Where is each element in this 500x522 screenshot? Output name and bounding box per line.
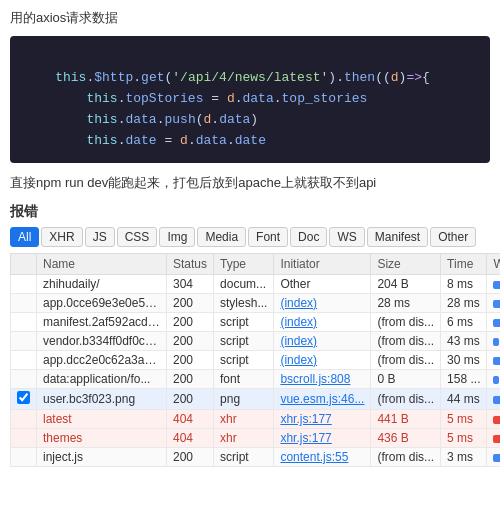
row-name: themes bbox=[37, 428, 167, 447]
row-size: (from dis... bbox=[371, 447, 441, 466]
row-time: 5 ms bbox=[441, 409, 487, 428]
filter-other[interactable]: Other bbox=[430, 227, 476, 247]
row-checkbox-cell bbox=[11, 331, 37, 350]
filter-media[interactable]: Media bbox=[197, 227, 246, 247]
table-row[interactable]: manifest.2af592acd95625c...200script(ind… bbox=[11, 312, 501, 331]
row-waterfall bbox=[487, 447, 500, 466]
row-status: 200 bbox=[167, 388, 214, 409]
th-waterfall[interactable]: W bbox=[487, 253, 500, 274]
row-name: manifest.2af592acd95625c... bbox=[37, 312, 167, 331]
row-size: 436 B bbox=[371, 428, 441, 447]
row-name: inject.js bbox=[37, 447, 167, 466]
row-status: 200 bbox=[167, 331, 214, 350]
row-initiator[interactable]: xhr.js:177 bbox=[274, 428, 371, 447]
row-name: latest bbox=[37, 409, 167, 428]
filter-img[interactable]: Img bbox=[159, 227, 195, 247]
error-section-title: 报错 bbox=[10, 203, 490, 221]
th-initiator[interactable]: Initiator bbox=[274, 253, 371, 274]
intro-text: 用的axios请求数据 bbox=[10, 8, 490, 28]
filter-doc[interactable]: Doc bbox=[290, 227, 327, 247]
row-type: script bbox=[214, 350, 274, 369]
row-initiator[interactable]: (index) bbox=[274, 350, 371, 369]
row-size: (from dis... bbox=[371, 331, 441, 350]
row-type: xhr bbox=[214, 428, 274, 447]
filter-all[interactable]: All bbox=[10, 227, 39, 247]
row-checkbox-cell bbox=[11, 428, 37, 447]
row-checkbox-cell bbox=[11, 350, 37, 369]
row-type: docum... bbox=[214, 274, 274, 293]
table-row[interactable]: latest404xhrxhr.js:177441 B5 ms bbox=[11, 409, 501, 428]
row-waterfall bbox=[487, 388, 500, 409]
row-initiator[interactable]: content.js:55 bbox=[274, 447, 371, 466]
row-waterfall bbox=[487, 428, 500, 447]
page-container: 用的axios请求数据 this.$http.get('/api/4/news/… bbox=[0, 0, 500, 475]
row-size: (from dis... bbox=[371, 388, 441, 409]
th-type[interactable]: Type bbox=[214, 253, 274, 274]
row-type: script bbox=[214, 331, 274, 350]
row-initiator[interactable]: vue.esm.js:46... bbox=[274, 388, 371, 409]
th-status[interactable]: Status bbox=[167, 253, 214, 274]
row-name: app.dcc2e0c62a3adf04abb... bbox=[37, 350, 167, 369]
row-size: 28 ms bbox=[371, 293, 441, 312]
row-type: script bbox=[214, 312, 274, 331]
filter-manifest[interactable]: Manifest bbox=[367, 227, 428, 247]
row-status: 404 bbox=[167, 428, 214, 447]
network-table: Name Status Type Initiator Size Time W z… bbox=[10, 253, 500, 467]
row-checkbox-cell bbox=[11, 312, 37, 331]
row-time: 28 ms bbox=[441, 293, 487, 312]
row-waterfall bbox=[487, 369, 500, 388]
row-waterfall bbox=[487, 350, 500, 369]
row-checkbox-cell bbox=[11, 447, 37, 466]
row-time: 30 ms bbox=[441, 350, 487, 369]
row-checkbox[interactable] bbox=[17, 391, 30, 404]
row-size: 441 B bbox=[371, 409, 441, 428]
table-row[interactable]: themes404xhrxhr.js:177436 B5 ms bbox=[11, 428, 501, 447]
table-row[interactable]: zhihudaily/304docum...Other204 B8 ms bbox=[11, 274, 501, 293]
row-initiator[interactable]: (index) bbox=[274, 293, 371, 312]
row-time: 6 ms bbox=[441, 312, 487, 331]
filter-bar: All XHR JS CSS Img Media Font Doc WS Man… bbox=[10, 227, 490, 247]
filter-css[interactable]: CSS bbox=[117, 227, 158, 247]
filter-ws[interactable]: WS bbox=[329, 227, 364, 247]
table-row[interactable]: data:application/fo...200fontbscroll.js:… bbox=[11, 369, 501, 388]
table-header-row: Name Status Type Initiator Size Time W bbox=[11, 253, 501, 274]
row-type: script bbox=[214, 447, 274, 466]
row-waterfall bbox=[487, 274, 500, 293]
row-time: 44 ms bbox=[441, 388, 487, 409]
row-initiator[interactable]: xhr.js:177 bbox=[274, 409, 371, 428]
filter-xhr[interactable]: XHR bbox=[41, 227, 82, 247]
table-row[interactable]: inject.js200scriptcontent.js:55(from dis… bbox=[11, 447, 501, 466]
row-waterfall bbox=[487, 409, 500, 428]
row-size: (from dis... bbox=[371, 312, 441, 331]
row-name: app.0cce69e3e0e5fcee0f62... bbox=[37, 293, 167, 312]
filter-font[interactable]: Font bbox=[248, 227, 288, 247]
filter-js[interactable]: JS bbox=[85, 227, 115, 247]
row-initiator[interactable]: (index) bbox=[274, 331, 371, 350]
table-row[interactable]: vendor.b334ff0df0cbbcd7c...200script(ind… bbox=[11, 331, 501, 350]
row-type: png bbox=[214, 388, 274, 409]
row-waterfall bbox=[487, 331, 500, 350]
row-name: vendor.b334ff0df0cbbcd7c... bbox=[37, 331, 167, 350]
row-checkbox-cell bbox=[11, 369, 37, 388]
row-initiator[interactable]: (index) bbox=[274, 312, 371, 331]
th-time[interactable]: Time bbox=[441, 253, 487, 274]
code-block: this.$http.get('/api/4/news/latest').the… bbox=[10, 36, 490, 164]
row-waterfall bbox=[487, 312, 500, 331]
row-status: 200 bbox=[167, 369, 214, 388]
row-name: user.bc3f023.png bbox=[37, 388, 167, 409]
table-row[interactable]: app.0cce69e3e0e5fcee0f62...200stylesh...… bbox=[11, 293, 501, 312]
row-checkbox-cell bbox=[11, 293, 37, 312]
th-name[interactable]: Name bbox=[37, 253, 167, 274]
row-waterfall bbox=[487, 293, 500, 312]
th-size[interactable]: Size bbox=[371, 253, 441, 274]
row-initiator[interactable]: bscroll.js:808 bbox=[274, 369, 371, 388]
row-status: 404 bbox=[167, 409, 214, 428]
row-time: 5 ms bbox=[441, 428, 487, 447]
row-name: zhihudaily/ bbox=[37, 274, 167, 293]
table-row[interactable]: app.dcc2e0c62a3adf04abb...200script(inde… bbox=[11, 350, 501, 369]
row-checkbox-cell bbox=[11, 388, 37, 409]
row-status: 200 bbox=[167, 293, 214, 312]
row-size: 0 B bbox=[371, 369, 441, 388]
table-row[interactable]: user.bc3f023.png200pngvue.esm.js:46...(f… bbox=[11, 388, 501, 409]
row-name: data:application/fo... bbox=[37, 369, 167, 388]
